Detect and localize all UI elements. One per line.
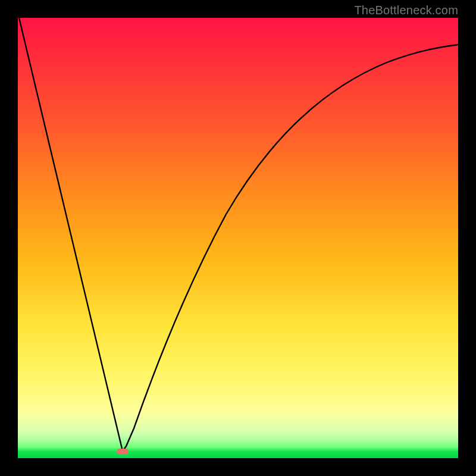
chart-frame: TheBottleneck.com <box>0 0 476 476</box>
bottleneck-curve <box>18 18 458 458</box>
curve-path <box>19 18 458 451</box>
plot-area <box>18 18 458 458</box>
optimal-point-marker <box>117 449 129 455</box>
watermark-text: TheBottleneck.com <box>354 4 458 17</box>
